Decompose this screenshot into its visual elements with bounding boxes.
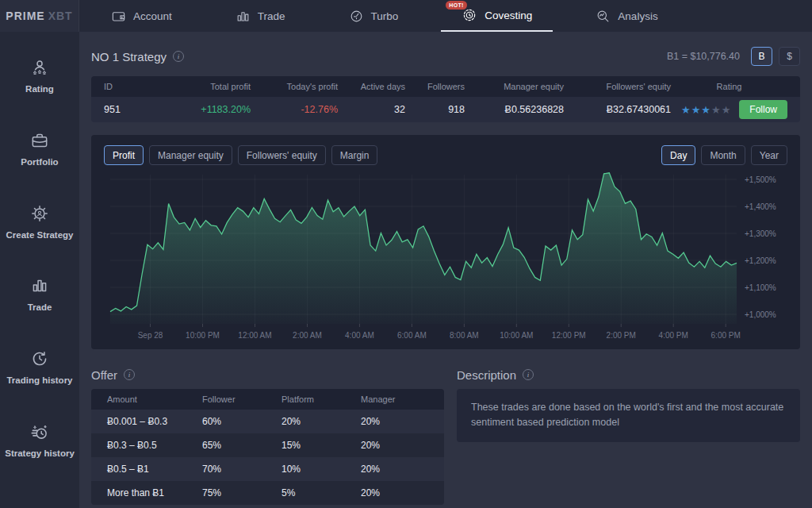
offer-amount: Ƀ0.001 – Ƀ0.3: [107, 416, 202, 427]
nav-item-covesting[interactable]: HOT! Covesting: [441, 0, 553, 32]
sidebar-label: Trading history: [6, 375, 72, 387]
offer-follower: 75%: [202, 487, 282, 498]
info-icon[interactable]: i: [523, 369, 534, 380]
offer-table: Amount Follower Platform Manager Ƀ0.001 …: [91, 389, 444, 505]
offer-platform: 20%: [282, 416, 361, 427]
info-icon[interactable]: i: [173, 51, 184, 62]
star-icon[interactable]: ★: [701, 104, 711, 116]
nav-label: Analysis: [618, 10, 657, 22]
sidebar-item-portfolio[interactable]: Portfolio: [21, 130, 58, 168]
col-followers: Followers: [405, 82, 465, 91]
offer-manager: 20%: [361, 464, 428, 475]
col-total-profit: Total profit: [147, 82, 251, 91]
brand-name: PRIME: [6, 10, 44, 22]
page-title: NO 1 Strategy: [91, 50, 167, 64]
star-icon[interactable]: ★: [722, 104, 732, 116]
offer-manager: 20%: [361, 416, 428, 427]
offer-amount: Ƀ0.5 – Ƀ1: [107, 464, 202, 475]
svg-text:+1,300%: +1,300%: [745, 229, 776, 238]
nav-label: Covesting: [485, 10, 532, 21]
offer-manager: 20%: [361, 487, 428, 498]
tab-manager-equity[interactable]: Manager equity: [149, 145, 232, 165]
brand-logo[interactable]: PRIME XBT: [0, 0, 79, 32]
period-day[interactable]: Day: [661, 145, 695, 165]
sidebar-item-trading-history[interactable]: Trading history: [6, 348, 72, 387]
sidebar-label: Portfolio: [21, 157, 58, 168]
chart-panel: Profit Manager equity Followers' equity …: [91, 135, 800, 349]
hot-badge: HOT!: [446, 1, 466, 10]
col-todays-profit: Today's profit: [251, 82, 338, 91]
sidebar-label: Create Strategy: [6, 230, 73, 241]
offer-section: Offer i Amount Follower Platform Manager…: [91, 365, 444, 505]
offer-row: Ƀ0.3 – Ƀ0.5 65% 15% 20%: [91, 433, 444, 457]
tab-margin[interactable]: Margin: [331, 145, 378, 165]
svg-text:12:00 PM: 12:00 PM: [552, 331, 586, 340]
nav-item-trade[interactable]: Trade: [215, 0, 306, 32]
offer-follower: 60%: [202, 416, 282, 427]
svg-text:6:00 PM: 6:00 PM: [711, 331, 741, 340]
nav-item-account[interactable]: Account: [90, 0, 193, 32]
sidebar-item-create-strategy[interactable]: Create Strategy: [6, 203, 73, 241]
sidebar-item-strategy-history[interactable]: Strategy history: [5, 421, 75, 460]
svg-text:+1,100%: +1,100%: [745, 283, 776, 292]
trading-history-icon: [29, 348, 50, 369]
svg-text:4:00 PM: 4:00 PM: [659, 331, 688, 340]
col-amount: Amount: [107, 394, 202, 404]
col-platform: Platform: [282, 394, 361, 404]
svg-text:+1,200%: +1,200%: [745, 256, 776, 265]
rating-stars: ★★★★★: [681, 104, 731, 116]
nav-label: Account: [133, 10, 172, 22]
strategy-table: ID Total profit Today's profit Active da…: [91, 76, 800, 122]
profit-chart[interactable]: +1,500%+1,400%+1,300%+1,200%+1,100%+1,00…: [104, 165, 787, 344]
sidebar-item-trade[interactable]: Trade: [28, 275, 52, 314]
col-id: ID: [104, 82, 147, 91]
wallet-icon: [111, 9, 126, 24]
speedometer-icon: [349, 9, 364, 24]
offer-table-header: Amount Follower Platform Manager: [91, 389, 444, 410]
brand-suffix: XBT: [48, 10, 73, 22]
col-manager: Manager: [361, 394, 428, 404]
offer-amount: Ƀ0.3 – Ƀ0.5: [107, 440, 202, 451]
star-icon[interactable]: ★: [691, 104, 702, 116]
offer-follower: 70%: [202, 464, 282, 475]
sidebar-label: Rating: [25, 84, 54, 95]
offer-amount: More than Ƀ1: [107, 487, 202, 498]
col-manager-equity: Manager equity: [465, 82, 564, 91]
nav-item-turbo[interactable]: Turbo: [328, 0, 419, 32]
covesting-icon: [462, 7, 477, 23]
star-icon[interactable]: ★: [681, 104, 691, 116]
offer-manager: 20%: [361, 440, 428, 451]
offer-platform: 10%: [282, 464, 361, 475]
nav-label: Turbo: [371, 10, 399, 22]
page-header: NO 1 Strategy i B1 = $10,776.40 B $: [91, 44, 800, 68]
tab-followers-equity[interactable]: Followers' equity: [238, 145, 326, 165]
nav-item-analysis[interactable]: Analysis: [575, 0, 678, 32]
strategy-row[interactable]: 951 +1183.20% -12.76% 32 918 Ƀ0.56236828…: [91, 97, 800, 122]
svg-text:+1,500%: +1,500%: [745, 175, 776, 184]
cell-active-days: 32: [338, 104, 405, 115]
svg-text:2:00 AM: 2:00 AM: [293, 331, 322, 340]
currency-btc-button[interactable]: B: [751, 47, 772, 66]
col-active-days: Active days: [338, 82, 405, 91]
info-icon[interactable]: i: [124, 369, 135, 380]
follow-button[interactable]: Follow: [739, 100, 787, 119]
analysis-icon: [596, 9, 611, 24]
col-followers-equity: Followers' equity: [564, 82, 671, 91]
main-content: NO 1 Strategy i B1 = $10,776.40 B $ ID T…: [79, 32, 812, 508]
description-title: Description: [457, 368, 516, 382]
svg-text:+1,000%: +1,000%: [745, 310, 776, 319]
chart-metric-tabs: Profit Manager equity Followers' equity …: [104, 145, 377, 165]
offer-title: Offer: [91, 368, 117, 382]
trade-icon: [29, 275, 50, 296]
period-year[interactable]: Year: [751, 145, 787, 165]
cell-manager-equity: Ƀ0.56236828: [465, 104, 564, 115]
period-month[interactable]: Month: [701, 145, 745, 165]
star-icon[interactable]: ★: [711, 104, 722, 116]
description-section: Description i These trades are done base…: [457, 365, 800, 505]
sidebar-item-rating[interactable]: Rating: [25, 57, 54, 95]
currency-usd-button[interactable]: $: [779, 47, 800, 66]
svg-text:4:00 AM: 4:00 AM: [345, 331, 374, 340]
svg-text:10:00 AM: 10:00 AM: [500, 331, 533, 340]
bars-icon: [236, 9, 251, 24]
tab-profit[interactable]: Profit: [104, 145, 144, 165]
